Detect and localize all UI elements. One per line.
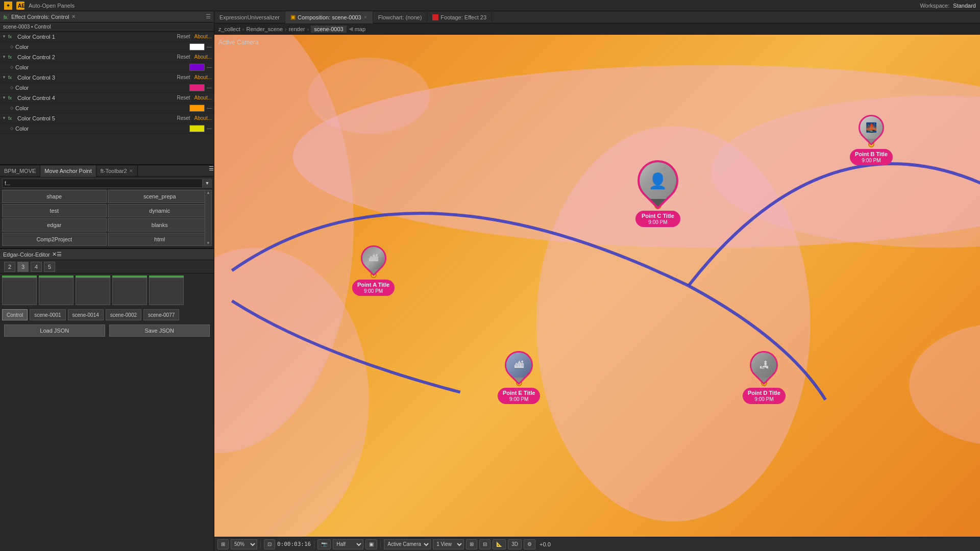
color-control-4-name: Color Control 4 xyxy=(17,95,177,101)
comp-panel: ExpressionUniversalizer ▣ Composition: s… xyxy=(214,11,980,551)
expand-arrow-4[interactable]: ▼ xyxy=(2,95,7,100)
color-control-4-sub: ◇ Color — xyxy=(0,103,214,113)
color-control-1-about[interactable]: About... xyxy=(194,34,212,39)
toolbar-menu-icon[interactable]: ☰ xyxy=(209,165,214,176)
toolbar-search-input[interactable] xyxy=(2,179,203,188)
save-json-button[interactable]: Save JSON xyxy=(109,324,210,337)
scene-tab-0002[interactable]: scene-0002 xyxy=(106,309,141,320)
big-swatch-2[interactable] xyxy=(39,278,74,305)
swatch-container-1 xyxy=(2,276,37,305)
tab-footage[interactable]: Footage: Effect 23 xyxy=(427,11,492,23)
guides-btn[interactable]: ⊟ xyxy=(479,539,491,549)
color-control-2-reset[interactable]: Reset xyxy=(177,54,190,60)
tab-ft-toolbar2-close[interactable]: ✕ xyxy=(129,168,133,173)
effect-controls-menu[interactable]: ☰ xyxy=(206,13,211,20)
color-swatch-5[interactable] xyxy=(189,125,205,132)
color-dash-3: — xyxy=(207,85,212,90)
toolbar-scroll-up[interactable]: ▲ xyxy=(205,190,211,195)
color-control-3-about[interactable]: About... xyxy=(194,74,212,80)
scene-tab-0014[interactable]: scene-0014 xyxy=(68,309,104,320)
color-control-1-row: ▼ fx Color Control 1 Reset About... xyxy=(0,32,214,42)
expand-arrow-2[interactable]: ▼ xyxy=(2,55,7,59)
breadcrumb-render[interactable]: render xyxy=(289,26,305,32)
color-editor-close[interactable]: ✕ xyxy=(52,251,57,258)
color-editor-tab-2[interactable]: 2 xyxy=(4,262,15,272)
tab-ft-toolbar2[interactable]: ft-Toolbar2 ✕ xyxy=(96,165,138,177)
snapshot-btn[interactable]: 📷 xyxy=(317,539,331,549)
breadcrumb-scene-0003[interactable]: scene-0003 xyxy=(311,26,347,33)
toolbar-btn-dynamic[interactable]: dynamic xyxy=(108,204,212,217)
color-control-5-reset[interactable]: Reset xyxy=(177,115,190,121)
color-swatch-1[interactable] xyxy=(189,43,205,51)
expand-arrow-3[interactable]: ▼ xyxy=(2,75,7,80)
zoom-to-fit-btn[interactable]: ⊞ xyxy=(217,539,229,549)
color-control-4-reset[interactable]: Reset xyxy=(177,95,190,101)
breadcrumb-render-scene[interactable]: Render_scene xyxy=(246,26,283,32)
effect-icon: fx xyxy=(3,14,9,20)
pin-c-shape: 👤 xyxy=(629,152,687,209)
big-swatch-3[interactable] xyxy=(76,278,110,305)
toolbar-btn-edgar[interactable]: edgar xyxy=(2,218,107,232)
app-icon: AE xyxy=(16,2,24,10)
3d-btn[interactable]: 3D xyxy=(508,539,522,549)
color-swatch-4[interactable] xyxy=(189,105,205,112)
pin-c-label: Point C Title 9:00 PM xyxy=(635,211,680,227)
big-swatch-1[interactable] xyxy=(2,278,37,305)
color-editor-menu[interactable]: ☰ xyxy=(57,251,62,258)
color-editor-tab-5[interactable]: 5 xyxy=(44,262,55,272)
color-control-3-reset[interactable]: Reset xyxy=(177,74,190,80)
effect-controls-close[interactable]: ✕ xyxy=(71,14,76,19)
rulers-btn[interactable]: 📐 xyxy=(493,539,506,549)
toolbar-btn-blanks[interactable]: blanks xyxy=(108,218,212,232)
pin-b-label: Point B Title 9:00 PM xyxy=(850,149,893,165)
color-control-5-about[interactable]: About... xyxy=(194,115,212,121)
region-btn[interactable]: ▣ xyxy=(365,539,377,549)
expand-arrow-1[interactable]: ▼ xyxy=(2,34,7,39)
color-control-4-about[interactable]: About... xyxy=(194,95,212,101)
options-btn[interactable]: ⚙ xyxy=(524,539,535,549)
pin-b-shape: 🌉 xyxy=(853,110,890,146)
pin-b-title: Point B Title xyxy=(855,151,888,157)
color-swatch-2[interactable] xyxy=(189,64,205,71)
color-control-2-sub: ◇ Color — xyxy=(0,62,214,72)
load-json-button[interactable]: Load JSON xyxy=(4,324,105,337)
toggle-transparency-btn[interactable]: ⊡ xyxy=(264,539,275,549)
tab-move-anchor-point[interactable]: Move Anchor Point xyxy=(40,165,96,177)
color-swatch-3[interactable] xyxy=(189,84,205,91)
color-control-1-reset[interactable]: Reset xyxy=(177,34,190,39)
toolbar-search-dropdown[interactable]: ▼ xyxy=(203,179,212,188)
grid-btn[interactable]: ⊞ xyxy=(466,539,477,549)
toolbar-btn-test[interactable]: test xyxy=(2,204,107,217)
tab-composition[interactable]: ▣ Composition: scene-0003 ✕ xyxy=(285,11,373,23)
comp-tab-close[interactable]: ✕ xyxy=(363,15,368,20)
toolbar-scrollbar[interactable]: ▲ ▼ xyxy=(205,190,212,246)
toolbar-buttons-grid: shape scene_prepa test dynamic edgar bla… xyxy=(2,190,212,246)
color-control-2-about[interactable]: About... xyxy=(194,54,212,60)
big-swatch-5[interactable] xyxy=(149,278,184,305)
camera-select[interactable]: Active Camera xyxy=(384,539,431,549)
scene-tab-control[interactable]: Control xyxy=(2,309,28,320)
toolbar-btn-comp2project[interactable]: Comp2Project xyxy=(2,233,107,246)
tab-flowchart[interactable]: Flowchart: (none) xyxy=(373,11,428,23)
color-editor-spacer xyxy=(0,339,214,551)
tab-expression-universalizer[interactable]: ExpressionUniversalizer xyxy=(214,11,285,23)
toolbar-scroll-down[interactable]: ▼ xyxy=(205,241,211,245)
toolbar-btn-html[interactable]: html xyxy=(108,233,212,246)
expand-arrow-5[interactable]: ▼ xyxy=(2,116,7,120)
breadcrumb-map[interactable]: map xyxy=(355,26,365,32)
quality-select[interactable]: Half Full Quarter xyxy=(333,539,363,549)
fx-icon-4: fx xyxy=(8,95,15,101)
scene-tab-0077[interactable]: scene-0077 xyxy=(143,309,179,320)
color-editor-title: Edgar-Color-Editor xyxy=(3,252,50,258)
color-editor-tab-3[interactable]: 3 xyxy=(17,262,29,272)
breadcrumb-z-collect[interactable]: z_collect xyxy=(218,26,240,32)
color-editor-tab-4[interactable]: 4 xyxy=(31,262,42,272)
scene-tab-0001[interactable]: scene-0001 xyxy=(30,309,65,320)
toolbar-btn-scene-prepa[interactable]: scene_prepa xyxy=(108,190,212,203)
toolbar-btn-shape[interactable]: shape xyxy=(2,190,107,203)
big-swatch-4[interactable] xyxy=(112,278,147,305)
tab-bpm-move[interactable]: BPM_MOVE xyxy=(0,165,40,177)
pin-point-c: 👤 Point C Title 9:00 PM xyxy=(635,160,680,227)
view-count-select[interactable]: 1 View 2 Views xyxy=(433,539,464,549)
zoom-select[interactable]: 50% 100% 25% xyxy=(231,539,257,549)
